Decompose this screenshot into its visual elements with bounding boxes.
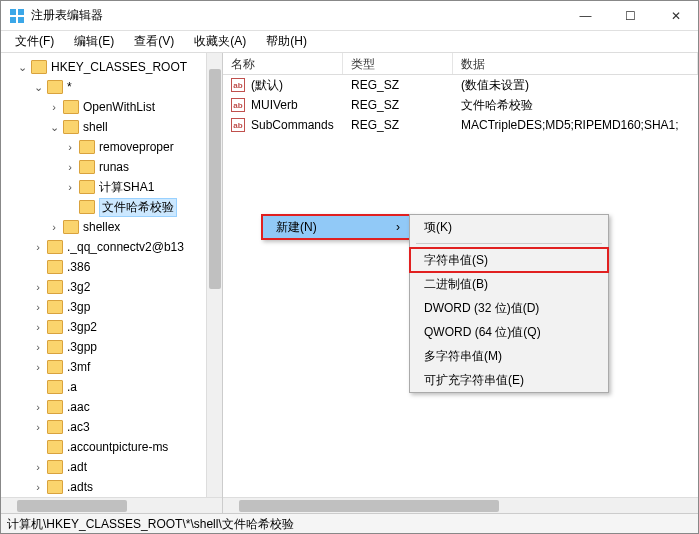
tree-item[interactable]: ⌄* (1, 77, 222, 97)
tree-item[interactable]: .a (1, 377, 222, 397)
tree-item[interactable]: ›OpenWithList (1, 97, 222, 117)
list-row[interactable]: ab(默认) REG_SZ (数值未设置) (223, 75, 698, 95)
folder-icon (47, 440, 63, 454)
menu-file[interactable]: 文件(F) (5, 31, 64, 52)
tree-item[interactable]: ⌄shell (1, 117, 222, 137)
tree-vscrollbar[interactable] (206, 53, 222, 497)
folder-icon (79, 180, 95, 194)
menu-item-string[interactable]: 字符串值(S) (410, 248, 608, 272)
menubar: 文件(F) 编辑(E) 查看(V) 收藏夹(A) 帮助(H) (1, 31, 698, 53)
string-value-icon: ab (231, 118, 245, 132)
svg-rect-3 (18, 17, 24, 23)
statusbar: 计算机\HKEY_CLASSES_ROOT\*\shell\文件哈希校验 (1, 513, 698, 533)
expand-icon[interactable]: › (31, 281, 45, 293)
folder-icon (47, 400, 63, 414)
tree-item[interactable]: ›.aac (1, 397, 222, 417)
tree-item[interactable]: ›.adts (1, 477, 222, 497)
expand-icon[interactable]: › (31, 241, 45, 253)
tree-item[interactable]: ›removeproper (1, 137, 222, 157)
menu-separator (416, 243, 602, 244)
folder-icon (31, 60, 47, 74)
folder-icon (79, 160, 95, 174)
menu-view[interactable]: 查看(V) (124, 31, 184, 52)
expand-icon[interactable]: › (31, 421, 45, 433)
expand-icon[interactable]: › (63, 181, 77, 193)
menu-item-dword[interactable]: DWORD (32 位)值(D) (410, 296, 608, 320)
submenu-arrow-icon: › (396, 220, 400, 234)
expand-icon[interactable]: › (63, 141, 77, 153)
list-pane: 名称 类型 数据 ab(默认) REG_SZ (数值未设置) abMUIVerb… (223, 53, 698, 513)
list-header: 名称 类型 数据 (223, 53, 698, 75)
expand-icon[interactable]: › (31, 481, 45, 493)
string-value-icon: ab (231, 98, 245, 112)
menu-help[interactable]: 帮助(H) (256, 31, 317, 52)
folder-icon (47, 320, 63, 334)
list-hscrollbar[interactable] (223, 497, 698, 513)
value-data: MACTripleDES;MD5;RIPEMD160;SHA1; (453, 118, 698, 132)
expand-icon[interactable]: › (31, 321, 45, 333)
collapse-icon[interactable]: ⌄ (47, 121, 61, 134)
value-type: REG_SZ (343, 118, 453, 132)
menu-item-new[interactable]: 新建(N)› (262, 215, 410, 239)
folder-icon (63, 120, 79, 134)
app-icon (9, 8, 25, 24)
tree-item[interactable]: ›._qq_connectv2@b13 (1, 237, 222, 257)
menu-item-expstring[interactable]: 可扩充字符串值(E) (410, 368, 608, 392)
tree-pane: ⌄HKEY_CLASSES_ROOT ⌄* ›OpenWithList ⌄she… (1, 53, 223, 513)
col-data[interactable]: 数据 (453, 53, 698, 74)
menu-item-binary[interactable]: 二进制值(B) (410, 272, 608, 296)
tree-item[interactable]: ›.ac3 (1, 417, 222, 437)
tree-item[interactable]: .accountpicture-ms (1, 437, 222, 457)
folder-icon (47, 480, 63, 494)
folder-icon (63, 220, 79, 234)
menu-item-qword[interactable]: QWORD (64 位)值(Q) (410, 320, 608, 344)
value-name: MUIVerb (251, 98, 298, 112)
tree-item[interactable]: ›.adt (1, 457, 222, 477)
folder-icon (79, 200, 95, 214)
value-name: SubCommands (251, 118, 334, 132)
minimize-button[interactable]: ― (563, 1, 608, 31)
tree-item[interactable]: ›runas (1, 157, 222, 177)
col-name[interactable]: 名称 (223, 53, 343, 74)
maximize-button[interactable]: ☐ (608, 1, 653, 31)
folder-icon (79, 140, 95, 154)
tree-item[interactable]: ›.3gp2 (1, 317, 222, 337)
titlebar: 注册表编辑器 ― ☐ ✕ (1, 1, 698, 31)
list-row[interactable]: abMUIVerb REG_SZ 文件哈希校验 (223, 95, 698, 115)
tree-hscrollbar[interactable] (1, 497, 222, 513)
svg-rect-0 (10, 9, 16, 15)
tree-item[interactable]: ›.3gpp (1, 337, 222, 357)
tree-item[interactable]: ›.3mf (1, 357, 222, 377)
value-data: (数值未设置) (453, 77, 698, 94)
expand-icon[interactable]: › (31, 301, 45, 313)
expand-icon[interactable]: › (31, 341, 45, 353)
tree-item[interactable]: ›.3g2 (1, 277, 222, 297)
expand-icon[interactable]: › (31, 461, 45, 473)
tree-item[interactable]: ›计算SHA1 (1, 177, 222, 197)
tree-item[interactable]: ⌄HKEY_CLASSES_ROOT (1, 57, 222, 77)
tree-item-selected[interactable]: 文件哈希校验 (1, 197, 222, 217)
menu-item-multistring[interactable]: 多字符串值(M) (410, 344, 608, 368)
expand-icon[interactable]: › (31, 361, 45, 373)
list-row[interactable]: abSubCommands REG_SZ MACTripleDES;MD5;RI… (223, 115, 698, 135)
collapse-icon[interactable]: ⌄ (15, 61, 29, 74)
tree-item[interactable]: ›shellex (1, 217, 222, 237)
expand-icon[interactable]: › (63, 161, 77, 173)
menu-edit[interactable]: 编辑(E) (64, 31, 124, 52)
menu-item-key[interactable]: 项(K) (410, 215, 608, 239)
svg-rect-2 (10, 17, 16, 23)
tree-item[interactable]: .386 (1, 257, 222, 277)
expand-icon[interactable]: › (47, 101, 61, 113)
menu-favorites[interactable]: 收藏夹(A) (184, 31, 256, 52)
folder-icon (47, 80, 63, 94)
tree-item[interactable]: ›.3gp (1, 297, 222, 317)
expand-icon[interactable]: › (47, 221, 61, 233)
folder-icon (47, 460, 63, 474)
svg-rect-1 (18, 9, 24, 15)
expand-icon[interactable]: › (31, 401, 45, 413)
col-type[interactable]: 类型 (343, 53, 453, 74)
collapse-icon[interactable]: ⌄ (31, 81, 45, 94)
close-button[interactable]: ✕ (653, 1, 698, 31)
folder-icon (47, 420, 63, 434)
context-submenu: 项(K) 字符串值(S) 二进制值(B) DWORD (32 位)值(D) QW… (409, 214, 609, 393)
